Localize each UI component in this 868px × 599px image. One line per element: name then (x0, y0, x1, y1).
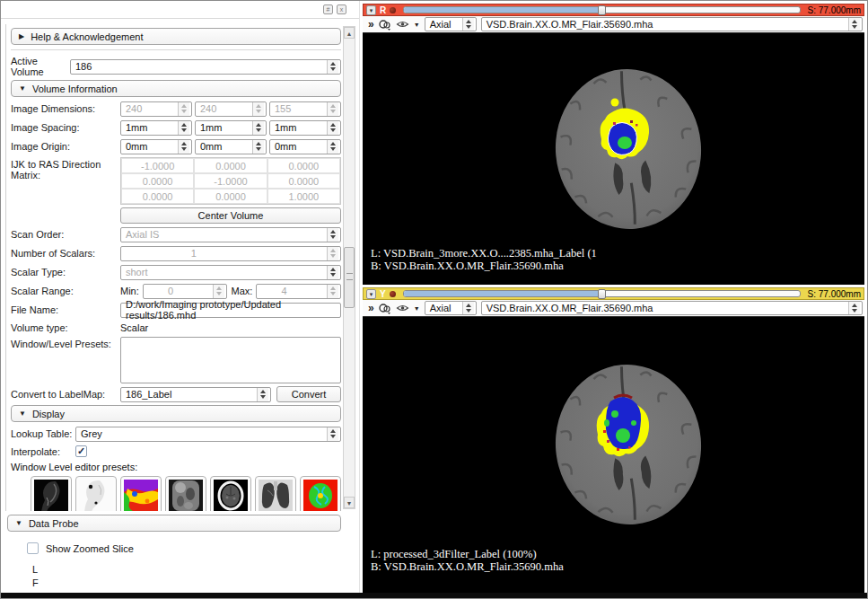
scrollbar-thumb[interactable] (344, 247, 355, 308)
pushpin-icon[interactable] (390, 291, 396, 297)
pet-brain-icon (303, 480, 338, 511)
dimension-k-spinbox: 155 (269, 101, 341, 117)
spinner-icon[interactable] (462, 18, 474, 31)
spinner-icon[interactable] (257, 388, 268, 401)
wl-preset-thumbnail[interactable] (31, 476, 72, 511)
spinner-icon[interactable] (252, 121, 264, 135)
abdomen-ct-icon (169, 480, 203, 511)
visibility-dropdown-icon[interactable]: ▼ (414, 22, 420, 28)
scalar-range-min-label: Min: (120, 286, 139, 296)
volume-combo[interactable]: VSD.Brain.XX.O.MR_Flair.35690.mha (481, 301, 863, 315)
wl-preset-thumbnail[interactable] (300, 476, 341, 511)
lookup-table-combo[interactable]: Grey (75, 427, 341, 442)
spinner-icon[interactable] (327, 427, 338, 441)
scalar-range-max-label: Max: (231, 286, 252, 296)
scalar-type-combo: short (120, 265, 341, 280)
close-panel-icon[interactable]: x (337, 4, 346, 14)
more-options-icon[interactable]: » (368, 302, 373, 314)
slider-handle[interactable] (598, 289, 606, 299)
wl-preset-thumbnail[interactable] (75, 476, 117, 511)
slice-offset-slider[interactable] (403, 6, 800, 13)
spinner-icon[interactable] (848, 18, 860, 31)
section-title: Data Probe (29, 518, 79, 529)
origin-y-spinbox[interactable]: 0mm (195, 139, 267, 154)
viewport-corner-annotation: L: VSD.Brain_3more.XX.O....2385.mha_Labe… (371, 247, 597, 272)
section-title: Volume Information (32, 84, 118, 94)
section-volume-information[interactable]: ▼ Volume Information (11, 80, 341, 97)
matrix-cell: 0.0000 (194, 158, 267, 173)
center-volume-button[interactable]: Center Volume (120, 207, 341, 224)
convert-button[interactable]: Convert (276, 386, 341, 402)
spinner-icon (327, 285, 338, 298)
scan-order-combo: Axial IS (120, 227, 341, 242)
wl-preset-thumbnail[interactable] (165, 476, 206, 511)
wl-preset-thumbnail[interactable] (210, 476, 251, 511)
spinner-icon[interactable] (178, 121, 189, 135)
scroll-up-icon[interactable]: ▲ (344, 27, 355, 39)
pushpin-icon[interactable] (390, 7, 396, 13)
wl-presets-listbox[interactable] (120, 337, 341, 383)
section-help-acknowledgement[interactable]: ▶ Help & Acknowledgement (11, 28, 341, 45)
visibility-eye-icon[interactable] (396, 303, 409, 313)
spacing-i-spinbox[interactable]: 1mm (120, 120, 192, 136)
matrix-cell: -1.0000 (194, 173, 267, 189)
collapsed-arrow-icon: ▶ (19, 32, 24, 40)
pin-button[interactable]: ▾ (366, 289, 376, 299)
interpolate-checkbox[interactable]: ✓ (75, 445, 87, 457)
yellow-slice-controller-bar: ▾ Y S: 77.000mm (363, 287, 864, 300)
file-name-label: File Name: (11, 304, 120, 315)
slider-handle[interactable] (598, 5, 606, 15)
spinner-icon[interactable] (252, 140, 264, 154)
spinner-icon[interactable] (848, 302, 860, 314)
module-panel: # x ▶ Help & Acknowledgement Active Volu… (1, 1, 360, 595)
origin-z-spinbox[interactable]: 0mm (269, 139, 341, 154)
labelmap-target-combo[interactable]: 186_Label (120, 387, 271, 402)
section-display[interactable]: ▼ Display (11, 405, 341, 422)
section-data-probe[interactable]: ▼ Data Probe (7, 515, 341, 532)
more-options-icon[interactable]: » (368, 18, 373, 31)
head-ct-axial-icon (214, 480, 248, 511)
spinner-icon (252, 102, 264, 116)
file-name-input[interactable]: D:/work/Imaging prototype/Updated result… (120, 303, 341, 318)
matrix-cell: -1.0000 (121, 158, 194, 173)
image-spacing-label: Image Spacing: (11, 122, 120, 133)
panel-divider (1, 18, 359, 19)
image-origin-label: Image Origin: (11, 141, 120, 152)
visibility-dropdown-icon[interactable]: ▼ (414, 305, 420, 312)
orientation-combo[interactable]: Axial (425, 17, 477, 31)
spinner-icon[interactable] (327, 60, 338, 74)
spinner-icon[interactable] (327, 140, 338, 154)
orientation-combo[interactable]: Axial (425, 301, 477, 315)
scroll-down-icon[interactable]: ▼ (344, 497, 355, 508)
wl-editor-presets-row (31, 476, 341, 511)
pin-button[interactable]: ▾ (366, 5, 376, 15)
spinner-icon[interactable] (462, 302, 474, 314)
link-slices-icon[interactable] (378, 19, 391, 31)
origin-x-spinbox[interactable]: 0mm (120, 139, 192, 154)
interpolate-label: Interpolate: (11, 446, 75, 457)
float-panel-icon[interactable]: # (323, 4, 333, 14)
yellow-slice-viewport[interactable]: L: processed_3dFilter_Label (100%) B: VS… (363, 317, 864, 595)
panel-scrollbar[interactable]: ▲ ▼ (343, 26, 355, 509)
volume-combo[interactable]: VSD.Brain.XX.O.MR_Flair.35690.mha (481, 17, 863, 31)
spinner-icon[interactable] (178, 140, 189, 154)
wl-preset-thumbnail[interactable] (120, 476, 162, 511)
visibility-eye-icon[interactable] (396, 19, 409, 30)
spacing-j-spinbox[interactable]: 1mm (195, 120, 267, 136)
view-letter: Y (380, 289, 386, 299)
red-slice-viewport[interactable]: L: VSD.Brain_3more.XX.O....2385.mha_Labe… (363, 33, 864, 285)
wl-preset-thumbnail[interactable] (255, 476, 296, 511)
brain-slice-image (528, 56, 731, 242)
probe-layer-f: F (32, 577, 343, 590)
slice-toolbar: » ▼ Axial VSD.Brain.XX.O.MR_Flair.35690.… (363, 16, 864, 33)
spacing-k-spinbox[interactable]: 1mm (269, 120, 341, 136)
show-zoomed-slice-checkbox[interactable] (27, 542, 39, 554)
dimension-i-spinbox: 240 (120, 101, 192, 117)
ijk-matrix-label: IJK to RAS Direction Matrix: (11, 157, 120, 181)
slider-fill (404, 7, 601, 13)
spinner-icon[interactable] (327, 121, 338, 135)
link-slices-icon[interactable] (378, 303, 391, 314)
active-volume-combo[interactable]: 186 (70, 59, 341, 75)
slice-offset-slider[interactable] (403, 290, 801, 297)
number-of-scalars-label: Number of Scalars: (11, 248, 120, 259)
